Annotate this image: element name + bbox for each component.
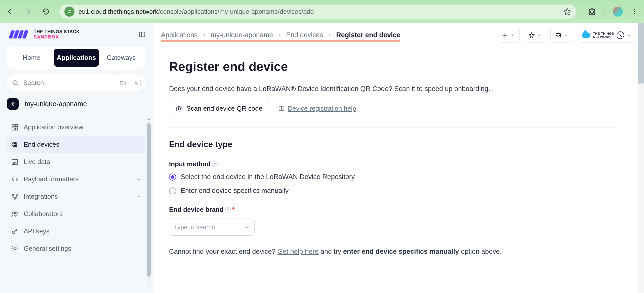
search-input[interactable]	[23, 79, 113, 87]
brand-select[interactable]: Type to search…	[169, 219, 255, 236]
chevron-right-icon	[277, 33, 282, 38]
nav-label: Integrations	[24, 193, 58, 200]
nav-label: End devices	[24, 141, 59, 148]
radio-device-repository[interactable]: Select the end device in the LoRaWAN Dev…	[169, 173, 615, 181]
chevron-down-icon	[537, 33, 542, 37]
nav-live-data[interactable]: Live data	[7, 153, 146, 170]
nav-application-overview[interactable]: Application overview	[7, 119, 146, 136]
get-help-link[interactable]: Get help here	[277, 248, 319, 255]
scrollbar-up-icon[interactable]	[147, 118, 150, 121]
inbox-menu-button[interactable]	[550, 28, 573, 43]
breadcrumb: Applications my-unique-appname End devic…	[161, 31, 400, 41]
chevron-down-icon	[136, 194, 142, 199]
crumb-applications[interactable]: Applications	[161, 31, 198, 39]
back-to-apps-button[interactable]	[7, 98, 19, 110]
nav-label: Live data	[24, 158, 50, 166]
camera-icon	[176, 105, 183, 112]
brand-placeholder: Type to search…	[174, 224, 221, 231]
branch-icon	[11, 193, 19, 200]
url-text: eu1.cloud.thethings.network/console/appl…	[78, 8, 314, 15]
reload-icon[interactable]	[42, 8, 49, 15]
kebab-menu-icon[interactable]	[631, 8, 638, 15]
radio-label: Enter end device specifics manually	[181, 187, 289, 195]
grid-icon	[11, 123, 19, 131]
address-bar[interactable]: eu1.cloud.thethings.network/console/appl…	[59, 5, 576, 19]
nav-payload-formatters[interactable]: Payload formatters	[7, 171, 146, 188]
site-settings-icon[interactable]	[64, 7, 74, 17]
registration-help-link[interactable]: Device registration help	[278, 105, 356, 112]
forward-icon[interactable]	[25, 8, 32, 15]
chevron-down-icon	[136, 177, 142, 182]
users-icon	[11, 210, 19, 218]
nav-integrations[interactable]: Integrations	[7, 188, 146, 205]
radio-manual[interactable]: Enter end device specifics manually	[169, 187, 615, 195]
svg-point-13	[13, 80, 17, 85]
svg-point-34	[16, 194, 17, 195]
crumb-end-devices[interactable]: End devices	[286, 31, 323, 39]
logo-icon	[7, 29, 30, 39]
main-content: Applications my-unique-appname End devic…	[153, 23, 644, 293]
section-divider	[169, 127, 615, 128]
network-account-button[interactable]: THE THINGSNETWORK	[577, 28, 636, 43]
inbox-icon	[555, 32, 561, 38]
svg-line-14	[17, 84, 18, 86]
nav-general-settings[interactable]: General settings	[7, 240, 146, 257]
cloud-icon	[582, 32, 590, 38]
arrow-left-icon	[10, 101, 16, 107]
svg-point-2	[70, 12, 71, 13]
svg-point-6	[634, 13, 635, 14]
user-icon	[617, 31, 624, 39]
star-menu-button[interactable]	[524, 28, 546, 43]
svg-rect-11	[140, 32, 145, 37]
list-icon	[11, 158, 19, 166]
star-icon	[529, 32, 535, 38]
required-indicator: *	[232, 206, 235, 214]
crumb-app[interactable]: my-unique-appname	[211, 31, 273, 39]
current-app-name[interactable]: my-unique-appname	[25, 100, 87, 108]
back-icon[interactable]	[6, 8, 13, 15]
nav-collaborators[interactable]: Collaborators	[7, 205, 146, 222]
bookmark-star-icon[interactable]	[563, 8, 571, 16]
svg-rect-15	[12, 124, 14, 127]
section-title: End device type	[169, 140, 615, 149]
input-method-label: Input method ?	[169, 160, 615, 168]
chevron-right-icon	[202, 33, 207, 38]
key-icon	[11, 228, 19, 235]
scan-qr-button[interactable]: Scan end device QR code	[169, 100, 269, 117]
svg-rect-17	[12, 128, 14, 130]
panel-collapse-icon[interactable]	[139, 31, 146, 38]
logo[interactable]: THE THINGS STACK SANDBOX	[7, 29, 146, 40]
nav-label: Application overview	[24, 123, 83, 131]
tab-applications[interactable]: Applications	[54, 49, 99, 67]
profile-avatar[interactable]	[613, 7, 623, 17]
nav-end-devices[interactable]: End devices	[7, 136, 146, 153]
tab-home[interactable]: Home	[9, 49, 54, 67]
search-box[interactable]: Ctrl K	[7, 75, 146, 91]
svg-rect-18	[16, 128, 18, 130]
svg-point-38	[12, 231, 15, 233]
svg-point-36	[13, 212, 15, 214]
svg-rect-19	[13, 143, 17, 146]
code-icon	[11, 176, 19, 183]
browser-chrome: eu1.cloud.thethings.network/console/appl…	[0, 0, 644, 23]
brand-label: End device brand ? *	[169, 206, 615, 214]
app-context-row: my-unique-appname	[7, 98, 146, 110]
tab-gateways[interactable]: Gateways	[99, 49, 144, 67]
add-menu-button[interactable]	[497, 28, 520, 43]
nav-label: Collaborators	[24, 210, 63, 218]
nav-api-keys[interactable]: API keys	[7, 223, 146, 240]
svg-point-45	[178, 108, 180, 110]
sidebar: THE THINGS STACK SANDBOX Home Applicatio…	[0, 23, 153, 293]
extensions-icon[interactable]	[587, 7, 596, 16]
gear-icon	[11, 245, 19, 253]
search-icon	[12, 79, 19, 87]
radio-icon	[169, 187, 176, 194]
radio-label: Select the end device in the LoRaWAN Dev…	[181, 173, 355, 181]
help-icon[interactable]: ?	[212, 161, 218, 167]
svg-point-33	[12, 194, 14, 195]
svg-point-4	[634, 9, 635, 10]
main-scrollbar-thumb[interactable]	[638, 23, 644, 83]
nav-label: API keys	[24, 227, 50, 235]
help-icon[interactable]: ?	[225, 207, 231, 213]
sidebar-scrollbar-thumb[interactable]	[147, 123, 151, 277]
